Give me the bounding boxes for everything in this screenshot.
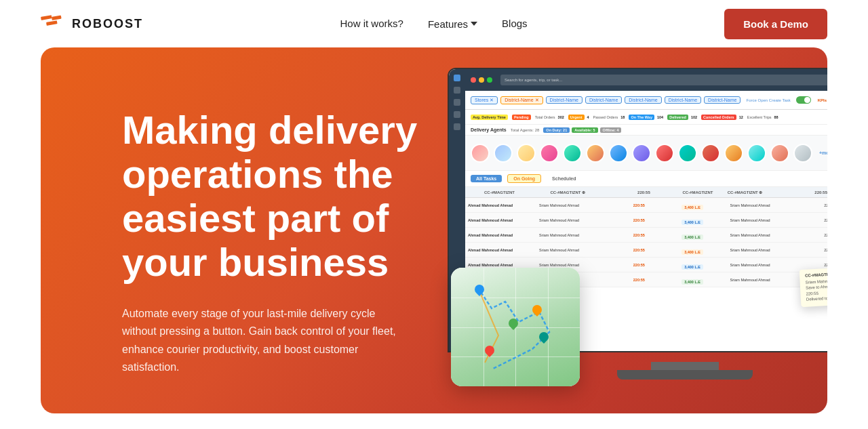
agent-avatar-11[interactable] xyxy=(701,144,720,163)
hero-text-block: Making delivery operations the easiest p… xyxy=(122,88,475,413)
cell-address-4: Sriam Mahmoud Ahmad xyxy=(730,248,822,252)
filter-district2[interactable]: District-Name xyxy=(546,96,583,104)
stat-delivered: Delivered 102 xyxy=(667,115,697,120)
agent-avatar-10[interactable] xyxy=(678,144,697,163)
agent-avatar-12[interactable] xyxy=(724,144,743,163)
table-row[interactable]: Ahmad Mahmoud Ahmad Sriam Mahmoud Ahmad … xyxy=(465,228,827,243)
col-address: CC-#MAGTIZNT ⊕ xyxy=(728,190,812,195)
stat-passed: Passed Orders 18 xyxy=(593,115,625,119)
nav-link-how-it-works[interactable]: How it works? xyxy=(340,18,403,29)
agent-avatar-13[interactable] xyxy=(747,144,766,163)
kpis-badge[interactable]: KPIs xyxy=(818,98,827,102)
stat-pending: Pending xyxy=(512,115,531,120)
stat-onway: On The Way 104 xyxy=(629,115,663,120)
cell-address: Sriam Mahmoud Ahmad xyxy=(730,203,822,207)
hero-inner: Making delivery operations the easiest p… xyxy=(41,47,827,413)
svg-rect-0 xyxy=(41,15,52,20)
total-agents: Total Agents: 28 xyxy=(511,128,540,132)
filter-district[interactable]: District-Name ✕ xyxy=(500,96,542,104)
agent-avatar-9[interactable] xyxy=(655,144,674,163)
laptop-stand xyxy=(651,362,719,370)
agent-avatar-15[interactable] xyxy=(793,144,812,163)
logo-text: ROBOOST xyxy=(72,17,143,31)
stats-bar: Avg. Delivery Time Pending Total Orders … xyxy=(465,110,827,125)
nav-item-features[interactable]: Features xyxy=(428,18,477,30)
tasks-tabs: All Tasks On Going Scheduled xyxy=(465,171,827,187)
hero-background: Making delivery operations the easiest p… xyxy=(41,47,827,413)
cell-id-3: Ahmad Mahmoud Ahmad xyxy=(468,233,536,237)
stat-total-orders: Total Orders 302 xyxy=(535,115,564,119)
window-close-dot xyxy=(471,77,476,83)
force-open-toggle[interactable]: Force Open Create Task xyxy=(746,98,790,102)
tab-all-tasks[interactable]: All Tasks xyxy=(471,175,502,182)
table-row[interactable]: Ahmad Mahmoud Ahmad Sriam Mahmoud Ahmad … xyxy=(465,213,827,228)
cell-value: 220:55 xyxy=(824,203,827,207)
nav-item-blogs[interactable]: Blogs xyxy=(502,18,528,30)
view-all-agents[interactable]: +more xyxy=(819,150,827,155)
cell-badge-green-2: 3,400 L.E xyxy=(682,274,727,286)
hero-section: Making delivery operations the easiest p… xyxy=(41,47,827,413)
svg-rect-1 xyxy=(46,20,58,26)
agent-avatar-6[interactable] xyxy=(586,144,605,163)
cell-badge-orange: 3,400 L.E xyxy=(682,199,727,211)
filter-district6[interactable]: District-Name xyxy=(704,96,741,104)
cell-agent-3: Sriam Mahmoud Ahmad xyxy=(539,233,631,237)
toggle-switch[interactable] xyxy=(796,96,811,104)
sidebar-icon-home[interactable] xyxy=(454,75,460,81)
table-row[interactable]: Ahmad Mahmoud Ahmad Sriam Mahmoud Ahmad … xyxy=(465,198,827,213)
agent-avatar-5[interactable] xyxy=(563,144,582,163)
agent-avatar-7[interactable] xyxy=(609,144,628,163)
agents-section-header: Delivery Agents Total Agents: 28 On Duty… xyxy=(465,125,827,136)
nav-link-features[interactable]: Features xyxy=(428,18,468,30)
hero-subtext: Automate every stage of your last-mile d… xyxy=(122,305,407,377)
cell-time-5: 220:55 xyxy=(633,263,679,267)
agent-avatar-3[interactable] xyxy=(517,144,536,163)
stat-cancelled: Cancelled Orders 12 xyxy=(701,115,743,120)
agent-avatar-4[interactable] xyxy=(540,144,559,163)
table-row[interactable]: Ahmad Mahmoud Ahmad Sriam Mahmoud Ahmad … xyxy=(465,243,827,258)
tab-ongoing[interactable]: On Going xyxy=(507,174,541,183)
filter-district3[interactable]: District-Name xyxy=(585,96,622,104)
col-task-id: CC-#MAGTIZNT xyxy=(484,190,547,195)
filter-district4[interactable]: District-Name xyxy=(625,96,661,104)
agent-avatar-2[interactable] xyxy=(494,144,513,163)
window-minimize-dot xyxy=(479,77,484,83)
logo-icon xyxy=(41,14,65,33)
cell-agent: Sriam Mahmoud Ahmad xyxy=(539,203,631,207)
agent-avatar-8[interactable] xyxy=(632,144,651,163)
col-status: CC-#MAGTIZNT xyxy=(682,190,724,195)
cell-agent-2: Sriam Mahmoud Ahmad xyxy=(539,218,631,222)
nav-links: How it works? Features Blogs xyxy=(340,18,528,30)
on-duty-badge: On Duty: 21 xyxy=(543,127,570,133)
cell-time-2: 220:55 xyxy=(633,218,679,222)
svg-rect-2 xyxy=(52,16,62,20)
available-badge: Available: 5 xyxy=(572,127,597,133)
cell-value-3: 220:55 xyxy=(824,233,827,237)
filter-row: Stores ✕ District-Name ✕ District-Name D… xyxy=(465,91,827,110)
filter-stores[interactable]: Stores ✕ xyxy=(471,96,498,104)
stat-avg-delivery: Avg. Delivery Time xyxy=(471,115,508,120)
cell-id: Ahmad Mahmoud Ahmad xyxy=(468,203,536,207)
tab-scheduled[interactable]: Scheduled xyxy=(547,175,581,182)
nav-item-how-it-works[interactable]: How it works? xyxy=(340,18,403,30)
logo[interactable]: ROBOOST xyxy=(41,14,143,33)
cell-badge-blue-2: 3,400 L.E xyxy=(682,259,727,271)
note-content: Sriam Mahmoud AhmadSave to Ahmad Shaban.… xyxy=(805,277,827,303)
agent-avatar-14[interactable] xyxy=(770,144,789,163)
book-demo-button[interactable]: Book a Demo xyxy=(724,9,827,39)
search-bar[interactable]: Search for agents, trip, or task... xyxy=(505,78,562,82)
cell-agent-5: Sriam Mahmoud Ahmad xyxy=(539,263,631,267)
hero-mockup: Search for agents, trip, or task... Engl… xyxy=(414,61,827,413)
filter-district5[interactable]: District-Name xyxy=(665,96,701,104)
nav-link-blogs[interactable]: Blogs xyxy=(502,18,528,29)
cell-value-4: 220:55 xyxy=(824,248,827,252)
cell-address-3: Sriam Mahmoud Ahmad xyxy=(730,233,822,237)
cell-badge-green: 3,400 L.E xyxy=(682,229,727,241)
col-agent-name: CC-#MAGTIZNT ⊕ xyxy=(550,190,635,195)
cell-agent-4: Sriam Mahmoud Ahmad xyxy=(539,248,631,252)
col-time: 220:55 xyxy=(637,190,679,195)
app-topbar: Search for agents, trip, or task... Engl… xyxy=(465,69,827,91)
map-view xyxy=(451,268,580,386)
cell-badge-blue: 3,400 L.E xyxy=(682,214,727,226)
laptop-base xyxy=(617,370,753,380)
